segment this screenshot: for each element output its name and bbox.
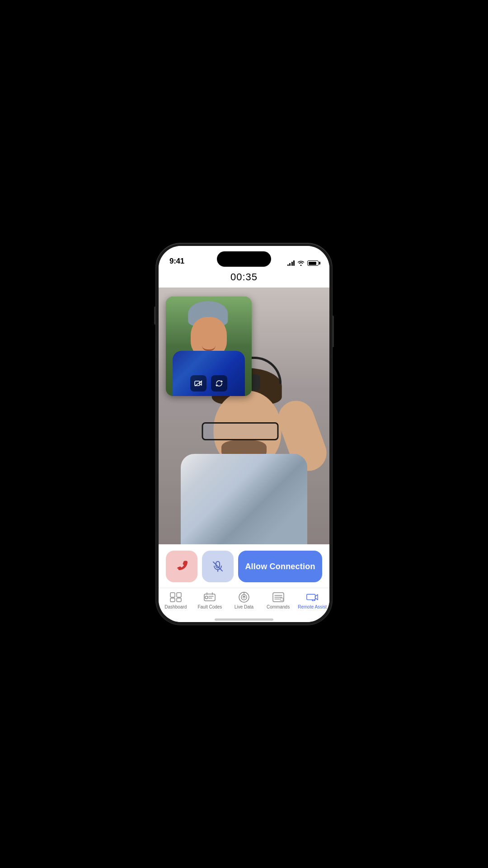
svg-rect-5 bbox=[170, 593, 175, 597]
status-time: 9:41 bbox=[169, 257, 184, 266]
tab-fault-codes-label: Fault Codes bbox=[197, 604, 222, 609]
tab-commands-label: Commands bbox=[267, 604, 290, 609]
wifi-icon bbox=[297, 260, 305, 266]
end-call-button[interactable] bbox=[166, 551, 197, 582]
small-video-controls bbox=[190, 375, 227, 392]
tab-remote-assist-label: Remote Assist bbox=[298, 604, 327, 609]
svg-rect-24 bbox=[307, 594, 315, 599]
flip-camera-button[interactable] bbox=[211, 375, 227, 392]
fault-codes-icon bbox=[203, 592, 216, 603]
svg-rect-0 bbox=[195, 381, 200, 386]
tab-fault-codes[interactable]: Fault Codes bbox=[193, 592, 227, 609]
technician-glasses bbox=[202, 422, 279, 440]
tab-dashboard[interactable]: Dashboard bbox=[159, 592, 193, 609]
phone-frame: 9:41 bbox=[156, 243, 332, 625]
signal-icon bbox=[287, 260, 295, 266]
tab-live-data[interactable]: Live Data bbox=[227, 592, 261, 609]
tab-bar: Dashboard Fault Codes bbox=[159, 588, 329, 618]
mute-button[interactable] bbox=[202, 551, 234, 582]
live-data-icon bbox=[238, 592, 250, 603]
svg-rect-7 bbox=[170, 598, 175, 602]
allow-connection-button[interactable]: Allow Connection bbox=[238, 551, 322, 582]
tab-commands[interactable]: Commands bbox=[261, 592, 296, 609]
commands-icon bbox=[272, 592, 285, 603]
bottom-controls: Allow Connection bbox=[159, 544, 329, 588]
status-icons bbox=[287, 260, 319, 266]
home-indicator bbox=[159, 618, 329, 622]
dynamic-island bbox=[217, 251, 271, 267]
dashboard-icon bbox=[169, 592, 182, 603]
tab-live-data-label: Live Data bbox=[235, 604, 253, 609]
call-buttons: Allow Connection bbox=[166, 551, 322, 582]
svg-rect-23 bbox=[280, 598, 283, 600]
svg-rect-6 bbox=[177, 593, 181, 597]
phone-screen: 9:41 bbox=[159, 246, 329, 622]
remote-assist-icon bbox=[306, 592, 319, 603]
video-area bbox=[159, 288, 329, 544]
svg-point-10 bbox=[205, 596, 208, 599]
svg-line-1 bbox=[195, 381, 202, 386]
tab-dashboard-label: Dashboard bbox=[164, 604, 187, 609]
small-video bbox=[166, 297, 252, 396]
camera-off-button[interactable] bbox=[190, 375, 206, 392]
call-timer: 00:35 bbox=[159, 269, 329, 288]
tab-remote-assist[interactable]: Remote Assist bbox=[295, 592, 329, 609]
battery-icon bbox=[307, 260, 319, 266]
technician-body bbox=[181, 454, 307, 544]
svg-rect-8 bbox=[177, 598, 181, 602]
svg-rect-9 bbox=[204, 594, 215, 601]
